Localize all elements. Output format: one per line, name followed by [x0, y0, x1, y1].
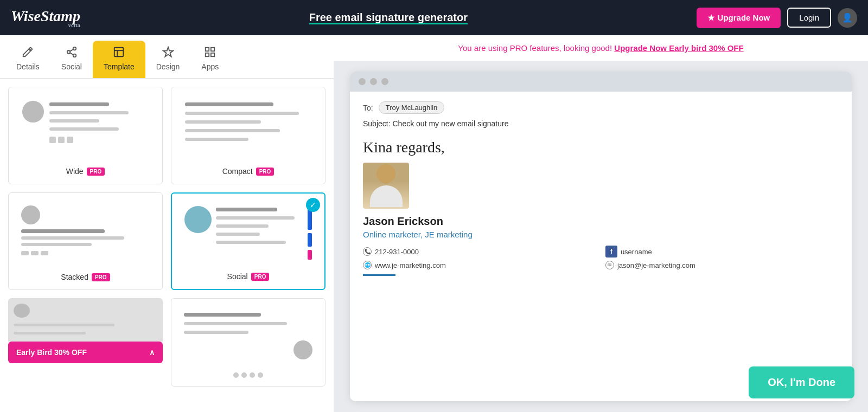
email-icon: ✉: [605, 261, 614, 269]
template-card-social[interactable]: ✓: [171, 192, 326, 290]
sig-website: 🌐 www.je-marketing.com: [363, 261, 589, 269]
tab-template[interactable]: Template: [93, 41, 145, 78]
svg-rect-8: [206, 48, 209, 51]
stacked-mock-preview: [17, 201, 154, 260]
sig-divider-bar: [363, 274, 395, 276]
svg-rect-5: [114, 48, 124, 57]
tab-details[interactable]: Details: [5, 41, 50, 78]
window-chrome: [350, 72, 852, 92]
email-window: To: Troy McLaughlin Subject: Check out m…: [350, 72, 852, 401]
tab-template-label: Template: [104, 62, 135, 71]
svg-line-3: [70, 53, 73, 55]
logo-sub: vcita: [11, 22, 80, 28]
early-bird-banner[interactable]: Early Bird 30% OFF ∧: [8, 342, 163, 363]
tab-social-label: Social: [61, 62, 82, 71]
svg-point-2: [73, 54, 76, 57]
stacked-label: Stacked PRO: [61, 267, 110, 281]
wide-label: Wide PRO: [66, 162, 105, 176]
header-actions: ★ Upgrade Now Login 👤: [697, 8, 857, 28]
window-dot-1: [359, 78, 366, 85]
apps-icon: [204, 46, 216, 60]
signature-area: Kina regards, Jason Erick: [363, 136, 839, 279]
email-preview-wrapper: To: Troy McLaughlin Subject: Check out m…: [334, 61, 868, 412]
globe-icon: 🌐: [363, 261, 372, 269]
compact-mock-preview: [180, 95, 317, 148]
tab-apps[interactable]: Apps: [190, 41, 229, 78]
template-grid: Wide PRO Compact PRO: [0, 79, 334, 412]
svg-line-4: [70, 49, 73, 52]
tab-apps-label: Apps: [201, 62, 219, 71]
upgrade-button[interactable]: ★ Upgrade Now: [697, 8, 781, 28]
wide-pro-badge: PRO: [87, 168, 105, 176]
svg-rect-11: [211, 53, 214, 56]
compact-pro-badge: PRO: [256, 168, 275, 176]
svg-rect-10: [206, 53, 209, 56]
facebook-icon: f: [605, 246, 617, 258]
sig-title: Online marketer, JE marketing: [363, 230, 839, 239]
tab-design[interactable]: Design: [145, 41, 191, 78]
chevron-up-icon: ∧: [149, 348, 155, 357]
right-panel-wrapper: You are using PRO features, looking good…: [334, 35, 868, 412]
header-title: Free email signature generator: [309, 11, 468, 24]
header: WiseStamp vcita Free email signature gen…: [0, 0, 868, 35]
sig-name: Jason Erickson: [363, 215, 839, 228]
social-label: Social PRO: [227, 267, 270, 281]
template-card-wide[interactable]: Wide PRO: [8, 87, 163, 184]
sig-contact: 📞 212-931-0000 f username 🌐 www.je-marke: [363, 246, 839, 269]
template-card-extra[interactable]: [171, 298, 326, 387]
sig-phone: 📞 212-931-0000: [363, 246, 589, 258]
user-icon: 👤: [842, 12, 853, 23]
extra-dots: [233, 372, 263, 378]
logo: WiseStamp vcita: [11, 8, 80, 28]
phone-icon: 📞: [363, 247, 372, 256]
sig-email: ✉ jason@je-marketing.com: [605, 261, 839, 269]
upgrade-notice-link[interactable]: Upgrade Now Early bird 30% OFF: [614, 43, 743, 53]
svg-point-1: [67, 50, 71, 54]
main-layout: Details Social Template Design: [0, 35, 868, 412]
tab-social[interactable]: Social: [50, 41, 93, 78]
wide-mock-preview: [17, 95, 154, 149]
done-button[interactable]: OK, I'm Done: [749, 366, 854, 398]
template-card-compact[interactable]: Compact PRO: [171, 87, 326, 184]
pro-notice: You are using PRO features, looking good…: [334, 35, 868, 61]
compact-label: Compact PRO: [222, 162, 275, 176]
left-panel: Details Social Template Design: [0, 35, 334, 412]
tab-design-label: Design: [156, 62, 180, 71]
pencil-icon: [22, 46, 34, 60]
greeting-text: Kina regards,: [363, 139, 839, 156]
template-card-stacked[interactable]: Stacked PRO: [8, 192, 163, 290]
stacked-pro-badge: PRO: [92, 273, 110, 281]
tab-details-label: Details: [16, 62, 40, 71]
window-dot-2: [370, 78, 377, 85]
social-mock-preview: [180, 202, 316, 264]
to-value: Troy McLaughlin: [379, 101, 445, 114]
email-subject-row: Subject: Check out my new email signatur…: [363, 119, 839, 128]
email-to-row: To: Troy McLaughlin: [363, 101, 839, 114]
sig-facebook: f username: [605, 246, 839, 258]
right-panel: You are using PRO features, looking good…: [334, 35, 868, 412]
template-icon: [113, 46, 125, 60]
sig-photo: [363, 163, 409, 209]
selected-checkmark: ✓: [306, 198, 320, 212]
star-icon: ★: [707, 13, 714, 23]
user-avatar[interactable]: 👤: [838, 8, 857, 28]
nav-tabs: Details Social Template Design: [0, 35, 334, 79]
early-bird-card[interactable]: Early Bird 30% OFF ∧: [8, 298, 163, 387]
social-pro-badge: PRO: [251, 273, 270, 281]
to-label: To:: [363, 104, 373, 112]
svg-rect-9: [211, 48, 214, 51]
svg-point-0: [73, 47, 76, 50]
login-button[interactable]: Login: [787, 8, 831, 28]
share-icon: [66, 46, 78, 60]
design-icon: [162, 46, 174, 60]
email-body: To: Troy McLaughlin Subject: Check out m…: [350, 92, 852, 288]
window-dot-3: [381, 78, 388, 85]
